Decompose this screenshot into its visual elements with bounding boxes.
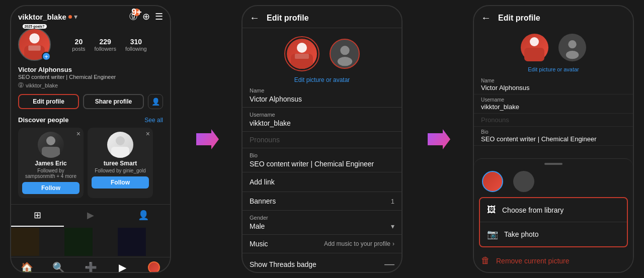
profile-stats: 2025 goals? + 20 posts 229 followers 310… (11, 25, 170, 65)
discover-card-0: × James Eric Followed by sampsonmith + 4… (18, 128, 84, 198)
grid-item-1[interactable] (64, 228, 93, 256)
nav-reels[interactable]: ▶ (107, 261, 138, 272)
add-person-button[interactable]: 👤 (148, 94, 163, 109)
sheet-avatar-ghost-option[interactable] (513, 171, 534, 192)
threads-section[interactable]: Show Threads badge — (243, 253, 401, 272)
sheet-field-bio[interactable]: Bio SEO content writer | Chemical Engine… (474, 127, 633, 146)
username-label: Username (250, 112, 394, 118)
following-stat[interactable]: 310 following (125, 38, 147, 52)
followers-stat[interactable]: 229 followers (95, 38, 116, 52)
follow-button-1[interactable]: Follow (92, 176, 149, 189)
sheet-field-username[interactable]: Username vikktor_blake (474, 95, 633, 114)
see-all-link[interactable]: See all (144, 117, 163, 124)
notifications-icon-wrap[interactable]: ⓖ 9+ (129, 12, 137, 22)
field-bio[interactable]: Bio SEO content writer | Chemical Engine… (243, 148, 401, 172)
nav-home[interactable]: 🏠 (11, 261, 43, 272)
sheet-field-pronouns[interactable]: Pronouns (474, 114, 633, 127)
profile-bio: SEO content writer | Chemical Engineer (11, 73, 170, 81)
online-dot (68, 15, 72, 19)
tab-reels[interactable]: ▶ (64, 205, 117, 227)
gender-chevron: ▾ (391, 222, 394, 230)
grid-item-2[interactable] (118, 228, 146, 256)
pronouns-value: Pronouns (250, 136, 394, 144)
music-section[interactable]: Music Add music to your profile › (243, 235, 401, 253)
svg-point-14 (530, 37, 539, 46)
sheet-avatar-section[interactable] (474, 28, 633, 65)
phone-edit-profile: ← Edit profile (242, 5, 403, 273)
choose-from-library-option[interactable]: 🖼 Choose from library (480, 198, 627, 222)
trash-icon: 🗑 (481, 255, 490, 266)
svg-point-16 (568, 40, 576, 48)
field-username[interactable]: Username vikktor_blake (243, 108, 401, 132)
bio-label: Bio (250, 152, 394, 158)
field-gender[interactable]: Gender Male ▾ (243, 211, 401, 235)
sheet-edit-picture-label[interactable]: Edit picture or avatar (474, 65, 633, 75)
add-link-section[interactable]: Add link (243, 172, 401, 192)
field-name[interactable]: Name Victor Alphonsus (243, 83, 401, 108)
edit-profile-button[interactable]: Edit profile (18, 94, 79, 109)
bottom-sheet: 🖼 Choose from library 📷 Take photo 🗑 Rem… (474, 158, 633, 272)
stat-items: 20 posts 229 followers 310 following (56, 38, 163, 52)
follow-button-0[interactable]: Follow (22, 182, 79, 194)
following-count: 310 (130, 38, 142, 46)
grid-item-0[interactable] (11, 228, 39, 256)
add-photo-icon[interactable]: + (42, 52, 51, 61)
discover-cards: × James Eric Followed by sampsonmith + 4… (18, 128, 163, 198)
goals-label: 2025 goals? (22, 24, 46, 29)
tab-tagged[interactable]: 👤 (117, 205, 170, 227)
username-area: vikktor_blake ▾ (18, 13, 77, 21)
banners-section[interactable]: Banners 1 (243, 192, 401, 211)
avatar-wrap[interactable]: 2025 goals? + (18, 28, 51, 61)
nav-profile[interactable] (138, 261, 170, 272)
discover-title: Discover people (18, 116, 68, 124)
avatar-ghost (330, 39, 360, 69)
gender-row: Male ▾ (250, 222, 394, 230)
share-profile-button[interactable]: Share profile (83, 94, 144, 109)
card-name-1: turee Smart (104, 160, 137, 167)
profile-link[interactable]: ⓖ vikktor_blake (11, 81, 170, 92)
discover-card-1: × turee Smart Followed by ginie_gold Fol… (88, 128, 153, 198)
back-button[interactable]: ← (250, 12, 260, 24)
sheet-bio-label: Bio (481, 129, 626, 135)
nav-add[interactable]: ➕ (74, 261, 106, 272)
nav-search[interactable]: 🔍 (43, 261, 74, 272)
sheet-bio-value: SEO content writer | Chemical Engineer (481, 135, 626, 143)
add-icon[interactable]: ⊕ (142, 11, 150, 22)
sheet-field-name[interactable]: Name Victor Alphonsus (474, 75, 633, 95)
svg-rect-4 (42, 147, 60, 158)
sheet-avatar-options (474, 167, 633, 195)
svg-point-8 (297, 43, 307, 53)
posts-label: posts (72, 46, 85, 52)
edit-picture-label[interactable]: Edit picture or avatar (243, 76, 401, 83)
name-label: Name (250, 87, 394, 94)
take-photo-option[interactable]: 📷 Take photo (480, 222, 627, 246)
sheet-pronouns-value: Pronouns (481, 116, 626, 124)
link-text: vikktor_blake (26, 82, 58, 88)
menu-icon[interactable]: ☰ (155, 11, 163, 22)
posts-count: 20 (75, 38, 83, 46)
followers-count: 229 (100, 38, 111, 46)
sheet-back-button[interactable]: ← (481, 12, 491, 24)
svg-point-11 (340, 46, 349, 55)
svg-point-12 (337, 57, 352, 66)
arrow-2 (423, 127, 453, 152)
sheet-avatar-selected[interactable] (482, 171, 503, 192)
music-value: Add music to your profile (324, 240, 390, 247)
discover-section: Discover people See all × James Eric (11, 113, 170, 200)
card-close-1[interactable]: × (146, 130, 150, 138)
tab-grid[interactable]: ⊞ (11, 205, 64, 227)
username-text: vikktor_blake (18, 13, 66, 21)
dropdown-icon[interactable]: ▾ (74, 13, 77, 21)
bio-value: SEO content writer | Chemical Engineer (250, 160, 394, 168)
header-icons: ⓖ 9+ ⊕ ☰ (129, 11, 163, 22)
edit-avatar-section[interactable] (243, 28, 401, 79)
banners-label: Banners (250, 197, 276, 205)
arrow-1 (191, 127, 221, 152)
remove-picture-label: Remove current picture (496, 257, 570, 265)
sheet-avatar (521, 34, 548, 61)
remove-picture-option[interactable]: 🗑 Remove current picture (474, 249, 633, 272)
sheet-name-label: Name (481, 78, 626, 83)
sheet-avatar-ghost (558, 34, 586, 61)
field-pronouns[interactable]: Pronouns (243, 132, 401, 148)
card-close-0[interactable]: × (76, 130, 80, 138)
